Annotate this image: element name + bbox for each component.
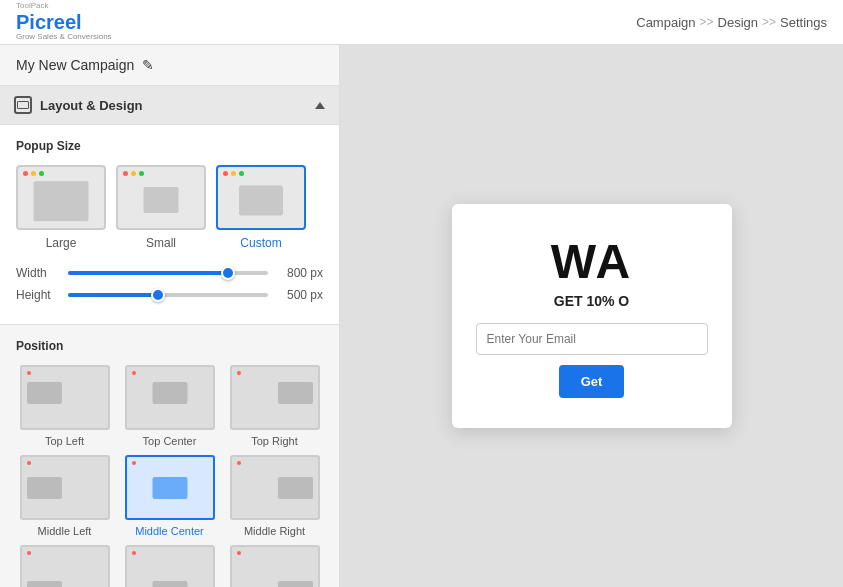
nav-campaign[interactable]: Campaign — [636, 15, 695, 30]
height-slider-track[interactable] — [68, 293, 268, 297]
tl-green-c — [239, 171, 244, 176]
position-option-bottom-left[interactable]: Bottom Left — [16, 545, 113, 587]
chevron-up-icon — [315, 102, 325, 109]
tl-green-s — [139, 171, 144, 176]
position-label-middle-left: Middle Left — [38, 525, 92, 537]
dot-r-tr — [237, 371, 241, 375]
size-option-custom[interactable]: Custom — [216, 165, 306, 250]
height-slider-row: Height 500 px — [16, 288, 323, 302]
position-section: Position Top Left Top Center — [0, 325, 339, 587]
dot-r-bc — [132, 551, 136, 555]
nav-design[interactable]: Design — [718, 15, 758, 30]
nav: Campaign >> Design >> Settings — [636, 15, 827, 30]
position-option-top-center[interactable]: Top Center — [121, 365, 218, 447]
dot-r-br — [237, 551, 241, 555]
position-preview-middle-right — [230, 455, 320, 520]
pos-inner-tl — [27, 382, 62, 404]
position-option-middle-right[interactable]: Middle Right — [226, 455, 323, 537]
main-layout: My New Campaign ✎ Layout & Design Popup … — [0, 45, 843, 587]
position-label-top-left: Top Left — [45, 435, 84, 447]
dot-r-tc — [132, 371, 136, 375]
logo-tagline: Grow Sales & Conversions — [16, 33, 112, 42]
popup-email-input[interactable] — [476, 323, 708, 355]
size-option-large[interactable]: Large — [16, 165, 106, 250]
position-preview-bottom-left — [20, 545, 110, 587]
position-label-middle-right: Middle Right — [244, 525, 305, 537]
edit-icon[interactable]: ✎ — [142, 57, 154, 73]
height-value: 500 px — [278, 288, 323, 302]
position-option-bottom-center[interactable]: Bottom Center — [121, 545, 218, 587]
layout-icon — [14, 96, 32, 114]
pos-inner-br — [278, 581, 313, 587]
dot-r-bl — [27, 551, 31, 555]
width-slider-track[interactable] — [68, 271, 268, 275]
height-label: Height — [16, 288, 58, 302]
logo: ToolPack Picreel Grow Sales & Conversion… — [16, 2, 112, 42]
campaign-title-bar: My New Campaign ✎ — [0, 45, 339, 86]
width-slider-thumb[interactable] — [221, 266, 235, 280]
position-preview-top-right — [230, 365, 320, 430]
nav-sep-2: >> — [762, 15, 776, 29]
dot-r-mr — [237, 461, 241, 465]
large-inner-box — [34, 181, 89, 221]
tl-red — [23, 171, 28, 176]
popup-subheadline: GET 10% O — [476, 293, 708, 309]
traffic-lights-custom — [223, 171, 244, 176]
position-option-top-left[interactable]: Top Left — [16, 365, 113, 447]
dot-r — [27, 371, 31, 375]
dot-r-mc — [132, 461, 136, 465]
width-slider-fill — [68, 271, 228, 275]
pos-inner-bl — [27, 581, 62, 587]
size-preview-custom — [216, 165, 306, 230]
position-option-middle-left[interactable]: Middle Left — [16, 455, 113, 537]
nav-settings[interactable]: Settings — [780, 15, 827, 30]
popup-size-label: Popup Size — [16, 139, 323, 153]
sidebar: My New Campaign ✎ Layout & Design Popup … — [0, 45, 340, 587]
popup-button[interactable]: Get — [559, 365, 625, 398]
position-option-bottom-right[interactable]: Bottom Right — [226, 545, 323, 587]
position-preview-top-center — [125, 365, 215, 430]
size-options: Large Small — [16, 165, 323, 250]
position-option-top-right[interactable]: Top Right — [226, 365, 323, 447]
section-title: Layout & Design — [40, 98, 143, 113]
position-grid: Top Left Top Center Top Righ — [16, 365, 323, 587]
traffic-lights-small — [123, 171, 144, 176]
tl-red-s — [123, 171, 128, 176]
pos-inner-bc — [152, 581, 187, 587]
size-preview-large — [16, 165, 106, 230]
preview-area: WA GET 10% O Get — [340, 45, 843, 587]
size-label-large: Large — [46, 236, 77, 250]
position-option-middle-center[interactable]: Middle Center — [121, 455, 218, 537]
layout-design-header[interactable]: Layout & Design — [0, 86, 339, 125]
height-slider-fill — [68, 293, 158, 297]
size-label-custom: Custom — [240, 236, 281, 250]
position-preview-middle-center — [125, 455, 215, 520]
logo-text: ToolPack Picreel Grow Sales & Conversion… — [16, 2, 112, 42]
tl-yellow-s — [131, 171, 136, 176]
popup-headline: WA — [476, 234, 708, 289]
popup-preview-card: WA GET 10% O Get — [452, 204, 732, 428]
width-value: 800 px — [278, 266, 323, 280]
position-label-middle-center: Middle Center — [135, 525, 203, 537]
position-preview-bottom-right — [230, 545, 320, 587]
width-slider-row: Width 800 px — [16, 266, 323, 280]
tl-green — [39, 171, 44, 176]
size-option-small[interactable]: Small — [116, 165, 206, 250]
pos-inner-mc — [152, 477, 187, 499]
logo-tools: ToolPack — [16, 2, 112, 11]
popup-size-section: Popup Size Large — [0, 125, 339, 325]
section-header-left: Layout & Design — [14, 96, 143, 114]
position-label-top-center: Top Center — [143, 435, 197, 447]
size-label-small: Small — [146, 236, 176, 250]
height-slider-thumb[interactable] — [151, 288, 165, 302]
pos-inner-mr — [278, 477, 313, 499]
pos-inner-ml — [27, 477, 62, 499]
custom-inner-box — [239, 185, 283, 215]
nav-sep-1: >> — [700, 15, 714, 29]
pos-inner-tc — [152, 382, 187, 404]
header: ToolPack Picreel Grow Sales & Conversion… — [0, 0, 843, 45]
position-label-top-right: Top Right — [251, 435, 297, 447]
position-preview-bottom-center — [125, 545, 215, 587]
campaign-title: My New Campaign — [16, 57, 134, 73]
dot-r-ml — [27, 461, 31, 465]
